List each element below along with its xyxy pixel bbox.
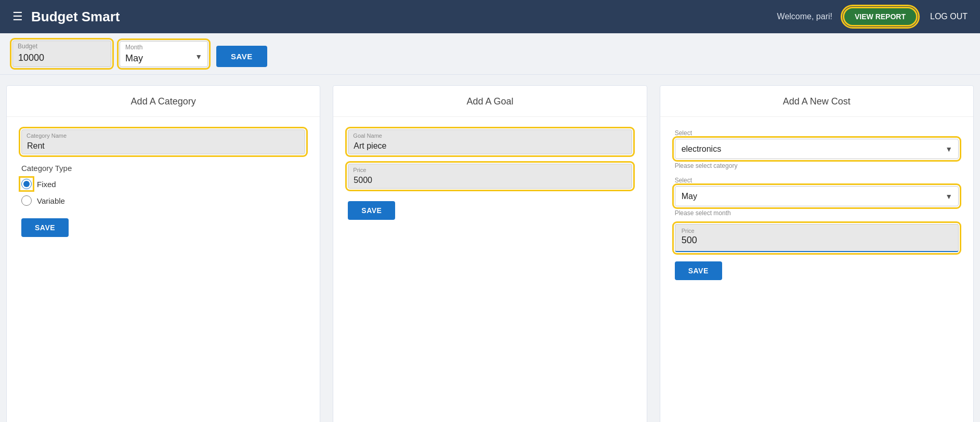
budget-input[interactable] (18, 52, 104, 63)
toolbar: Budget Month January February March Apri… (0, 33, 980, 75)
budget-field-group: Budget (12, 41, 111, 67)
category-name-group: Category Name (21, 129, 305, 154)
category-save-button[interactable]: SAVE (21, 218, 69, 237)
month-select-wrap: Month January February March April May J… (120, 41, 208, 67)
cost-save-button[interactable]: SAVE (675, 261, 722, 280)
category-select-wrap: electronics Rent Food Transport Utilitie… (675, 139, 959, 159)
variable-radio-item[interactable]: Variable (21, 195, 305, 206)
variable-label: Variable (37, 196, 65, 205)
view-report-button[interactable]: VIEW REPORT (843, 7, 918, 27)
cost-month-select[interactable]: January February March April May June Ju… (675, 186, 959, 206)
add-category-panel: Add A Category Category Name Category Ty… (6, 85, 320, 422)
goal-save-button[interactable]: SAVE (348, 201, 395, 220)
budget-label: Budget (18, 43, 37, 50)
cost-price-input[interactable] (682, 235, 952, 246)
category-type-radio-group: Fixed Variable (21, 179, 305, 206)
app-title: Budget Smart (31, 9, 777, 25)
variable-radio[interactable] (21, 195, 32, 206)
goal-price-input[interactable] (348, 164, 632, 189)
goal-name-group: Goal Name (348, 129, 632, 154)
add-goal-body: Goal Name Price SAVE (333, 117, 646, 232)
month-chevron-icon: ▼ (195, 52, 202, 61)
month-select-label: Select (675, 177, 959, 184)
month-select[interactable]: January February March April May June Ju… (125, 53, 189, 63)
add-cost-body: Select electronics Rent Food Transport U… (660, 117, 973, 293)
goal-name-label: Goal Name (353, 133, 382, 139)
budget-input-wrap: Budget (12, 41, 111, 67)
add-cost-title: Add A New Cost (660, 86, 973, 117)
category-name-label: Category Name (27, 133, 67, 139)
month-label: Month (125, 44, 142, 51)
app-header: ☰ Budget Smart Welcome, pari! VIEW REPOR… (0, 0, 980, 33)
fixed-radio[interactable] (21, 179, 32, 189)
cost-month-select-wrap: January February March April May June Ju… (675, 186, 959, 206)
menu-icon[interactable]: ☰ (12, 10, 23, 23)
cost-price-wrap: Price (675, 224, 959, 252)
main-content: Add A Category Category Name Category Ty… (0, 75, 980, 422)
welcome-text: Welcome, pari! (777, 12, 832, 21)
goal-name-input[interactable] (348, 129, 632, 154)
month-helper-text: Please select month (675, 209, 959, 217)
category-select-label: Select (675, 129, 959, 137)
add-category-body: Category Name Category Type Fixed Variab… (7, 117, 320, 249)
category-helper-text: Please select category (675, 162, 959, 169)
month-field-group: Month January February March April May J… (120, 41, 208, 67)
category-type-label: Category Type (21, 164, 305, 173)
cost-price-label: Price (682, 228, 952, 234)
category-select[interactable]: electronics Rent Food Transport Utilitie… (675, 139, 959, 159)
add-cost-panel: Add A New Cost Select electronics Rent F… (660, 85, 974, 422)
logout-button[interactable]: LOG OUT (930, 12, 968, 21)
fixed-radio-item[interactable]: Fixed (21, 179, 305, 189)
toolbar-save-button[interactable]: SAVE (216, 46, 267, 67)
goal-price-label: Price (353, 167, 366, 173)
add-goal-title: Add A Goal (333, 86, 646, 117)
add-category-title: Add A Category (7, 86, 320, 117)
goal-price-group: Price (348, 164, 632, 189)
add-goal-panel: Add A Goal Goal Name Price SAVE (333, 85, 647, 422)
fixed-label: Fixed (37, 180, 56, 189)
